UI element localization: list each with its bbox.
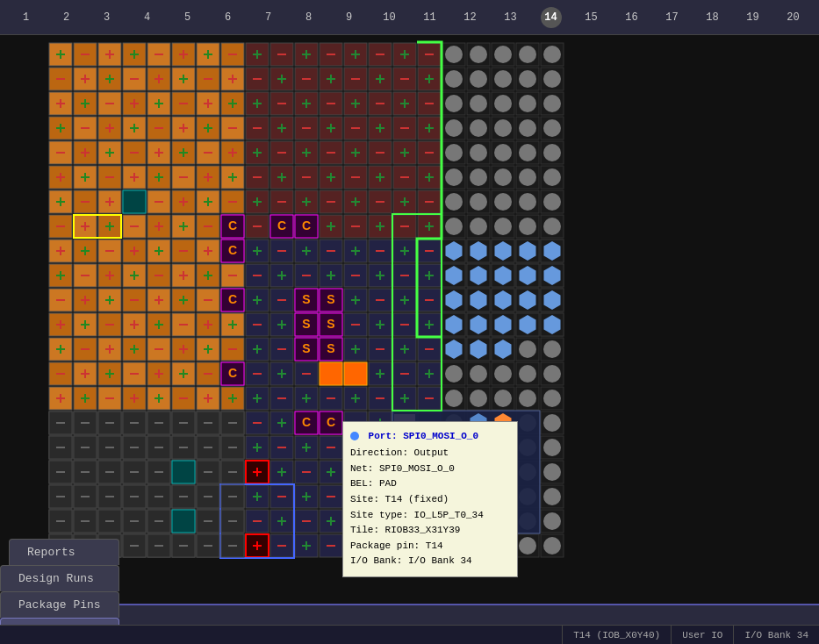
tab-reports[interactable]: Reports	[9, 539, 119, 565]
ruler-number-1: 1	[6, 0, 47, 35]
ruler-number-13: 13	[491, 0, 531, 35]
ruler-number-4: 4	[127, 0, 168, 35]
status-user-io: User IO	[671, 626, 733, 644]
status-bar: T14 (IOB_X0Y40) User IO I/O Bank 34	[0, 625, 819, 644]
ruler-number-19: 19	[733, 0, 773, 35]
ruler-number-2: 2	[47, 0, 87, 35]
status-site: T14 (IOB_X0Y40)	[562, 626, 671, 644]
ruler-number-5: 5	[168, 0, 208, 35]
status-io-bank: I/O Bank 34	[733, 626, 819, 644]
ruler-number-12: 12	[450, 0, 491, 35]
ruler-number-9: 9	[329, 0, 370, 35]
ruler-number-18: 18	[693, 0, 733, 35]
ruler-number-6: 6	[208, 0, 248, 35]
ruler-number-7: 7	[248, 0, 289, 35]
ruler-number-3: 3	[87, 0, 127, 35]
tooltip-popup: Port: SPI0_MOSI_O_0 Direction: Output Ne…	[342, 421, 518, 577]
main-area: Port: SPI0_MOSI_O_0 Direction: Output Ne…	[0, 35, 819, 604]
ruler-number-14: 14	[531, 0, 571, 35]
ruler-number-8: 8	[289, 0, 329, 35]
ruler-number-15: 15	[571, 0, 612, 35]
ruler: 1234567891011121314151617181920	[0, 0, 819, 35]
ruler-number-10: 10	[370, 0, 410, 35]
tab-package-pins[interactable]: Package Pins	[0, 591, 119, 618]
ruler-number-11: 11	[410, 0, 450, 35]
tab-design-runs[interactable]: Design Runs	[0, 565, 119, 591]
ruler-number-17: 17	[652, 0, 693, 35]
tooltip-title: Port: SPI0_MOSI_O_0	[350, 429, 510, 445]
ruler-number-20: 20	[773, 0, 814, 35]
ruler-number-16: 16	[612, 0, 652, 35]
